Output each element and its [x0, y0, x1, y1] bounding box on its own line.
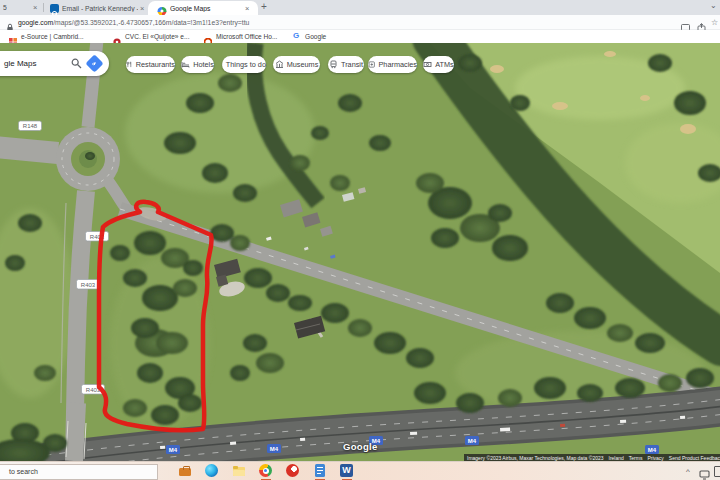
svg-text:M4: M4 [169, 447, 178, 453]
google-maps-logo: Google [343, 441, 378, 452]
road-badge-m4: M4 [166, 445, 180, 454]
tab-divider [43, 3, 44, 12]
chip-label: ATMs [435, 60, 454, 69]
display-tray-icon[interactable] [699, 466, 710, 480]
search-icon[interactable] [71, 55, 82, 73]
word-icon[interactable]: W [340, 464, 354, 478]
close-tab-icon[interactable]: × [140, 5, 144, 12]
bookmark-label: Google [305, 33, 326, 40]
outlook-icon [50, 4, 59, 13]
chip-restaurants[interactable]: Restaurants [126, 56, 175, 73]
road-badge-r403: R403 [77, 280, 100, 290]
tray-partial-icon[interactable] [714, 466, 720, 477]
screen: 5 × Email - Patrick Kennedy - Outlo... × [0, 0, 720, 480]
chip-transit[interactable]: Transit [328, 56, 364, 73]
bookmark-esource[interactable]: e-Source | Cambrid... [9, 32, 84, 40]
briefcase-icon[interactable] [178, 464, 192, 478]
taskbar-search-input[interactable]: to search [0, 464, 158, 480]
road-badge-r403: R403 [86, 232, 109, 242]
svg-text:M4: M4 [270, 446, 279, 452]
chip-hotels[interactable]: Hotels [181, 56, 214, 73]
address-bar[interactable]: google.com/maps/@53.3592021,-6.4730657,1… [0, 15, 720, 30]
tab-partial[interactable]: 5 [3, 4, 7, 11]
privacy-link[interactable]: Privacy [647, 455, 663, 461]
svg-text:R148: R148 [23, 123, 38, 129]
bookmark-google[interactable]: G Google [293, 32, 326, 40]
chip-label: Museums [287, 60, 319, 69]
road-badge-m4: M4 [465, 436, 479, 445]
tab-overflow-chevron-icon[interactable]: ⌄ [710, 1, 717, 10]
imagery-credit: Imagery ©2023 Airbus, Maxar Technologies… [467, 455, 604, 461]
file-explorer-icon[interactable] [232, 464, 246, 478]
close-tab-icon[interactable]: × [245, 5, 249, 12]
tab-strip: 5 × Email - Patrick Kennedy - Outlo... × [0, 0, 720, 15]
svg-text:M4: M4 [468, 438, 477, 444]
tab-title: Email - Patrick Kennedy - Outlo... [62, 5, 138, 12]
chip-things-to-do[interactable]: Things to do [222, 56, 266, 73]
satellite-map[interactable]: R148 R403 R403 R403 M4 M4 M4 M4 M4 [0, 43, 720, 461]
bookmark-label: CVC. El «Quijote» e... [125, 33, 190, 40]
bookmark-office[interactable]: Microsoft Office Ho... [204, 32, 277, 40]
region-link[interactable]: Ireland [609, 455, 624, 461]
directions-icon[interactable] [85, 54, 103, 72]
chip-label: Pharmacies [378, 60, 417, 69]
blue-doc-icon[interactable] [313, 464, 327, 478]
chip-museums[interactable]: Museums [273, 56, 320, 73]
taskbar-search-text: to search [9, 468, 38, 475]
road-badge-m4: M4 [267, 444, 281, 453]
office-favicon [204, 32, 212, 40]
road-badge-m4: M4 [645, 445, 659, 454]
tab-title: Google Maps [170, 5, 240, 12]
e-source-favicon [9, 32, 17, 40]
search-input[interactable]: gle Maps [0, 59, 71, 68]
bookmark-star-icon[interactable]: ☆ [711, 18, 718, 27]
chip-pharmacies[interactable]: Pharmacies [368, 56, 417, 73]
chrome-icon[interactable] [259, 464, 273, 478]
url-domain: google.com [18, 19, 53, 26]
red-app-icon[interactable] [286, 464, 300, 478]
svg-text:R403: R403 [81, 282, 96, 288]
edge-icon[interactable] [205, 464, 219, 478]
road-badge-r148: R148 [19, 121, 42, 131]
chip-label: Restaurants [136, 60, 175, 69]
bookmarks-bar: e-Source | Cambrid... CVC. El «Quijote» … [0, 30, 720, 43]
svg-text:M4: M4 [648, 447, 657, 453]
chip-label: Transit [341, 60, 363, 69]
tab-email[interactable]: Email - Patrick Kennedy - Outlo... × [48, 1, 148, 15]
bookmark-cvc[interactable]: CVC. El «Quijote» e... [113, 32, 190, 40]
cvc-favicon [113, 32, 121, 40]
chip-atms[interactable]: ATMs [423, 56, 454, 73]
maps-search-box[interactable]: gle Maps [0, 51, 109, 76]
new-tab-button[interactable]: + [261, 2, 267, 12]
url-path: /maps/@53.3592021,-6.4730657,166m/data=!… [53, 19, 249, 26]
feedback-link[interactable]: Send Product Feedback [669, 455, 720, 461]
chip-label: Things to do [226, 60, 266, 69]
bookmark-label: e-Source | Cambrid... [21, 33, 84, 40]
terms-link[interactable]: Terms [629, 455, 643, 461]
taskbar: to search [0, 461, 720, 480]
close-tab-icon[interactable]: × [33, 4, 37, 11]
tab-google-maps[interactable]: Google Maps × [148, 1, 258, 15]
bookmark-label: Microsoft Office Ho... [216, 33, 277, 40]
google-favicon: G [293, 32, 301, 40]
chip-label: Hotels [193, 60, 214, 69]
tray-chevron-icon[interactable]: ^ [686, 467, 690, 476]
